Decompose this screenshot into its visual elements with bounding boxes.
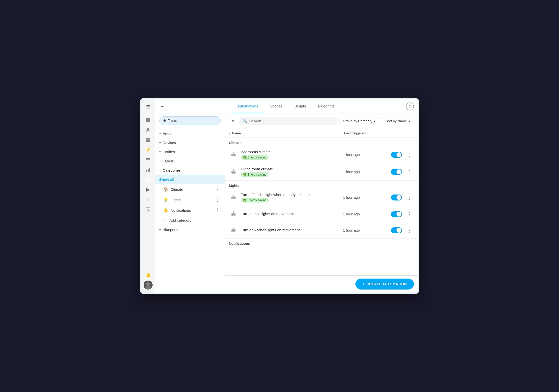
svg-rect-9 (146, 158, 150, 159)
automation-toggle[interactable] (391, 195, 402, 200)
automation-info: Turn off all the light when nobody is ho… (241, 193, 340, 202)
energy-saving-tag: 🌿 Energy saving (241, 155, 269, 160)
automation-more-button[interactable]: ⋮ (405, 210, 414, 218)
lights-icon: 💡 (163, 197, 168, 202)
sidebar-item-labels[interactable]: ▾ Labels (155, 156, 225, 166)
menu-icon[interactable]: ☰ (144, 102, 153, 111)
grid-icon[interactable] (144, 135, 153, 144)
table-row[interactable]: Turn on hall lights on movement 1 hour a… (225, 206, 418, 222)
table-row[interactable]: Turn on kitchen lights on movement 1 hou… (225, 222, 418, 239)
chart-icon[interactable] (144, 165, 153, 174)
svg-point-26 (233, 152, 234, 153)
tab-scripts[interactable]: Scripts (288, 99, 312, 113)
automation-more-button[interactable]: ⋮ (405, 168, 414, 176)
add-category-label: Add category (169, 218, 191, 222)
svg-rect-44 (231, 197, 232, 198)
svg-rect-10 (146, 159, 150, 160)
create-automation-button[interactable]: + CREATE AUTOMATION (355, 279, 414, 290)
sort-by-dropdown[interactable]: Sort by Name ▾ (382, 117, 414, 125)
help-button[interactable]: ? (406, 102, 414, 110)
sidebar-item-blueprints[interactable]: ▾ Blueprints (155, 225, 225, 234)
play-icon[interactable]: ▶ (144, 185, 153, 194)
energy-saving-tag: 🌿 Energy saving (241, 172, 269, 177)
add-category-button[interactable]: ＋ Add category (155, 215, 225, 225)
back-button[interactable]: ← (159, 102, 166, 110)
table-row[interactable]: Bedrooms climate 🌿 Energy saving 1 hour … (225, 146, 418, 163)
svg-rect-45 (235, 197, 236, 198)
svg-rect-61 (235, 230, 236, 231)
chevron-down-icon: ▾ (159, 228, 161, 232)
sidebar-item-devices[interactable]: ▾ Devices (155, 138, 225, 147)
icon-sidebar: ☰ (141, 99, 155, 293)
notifications-icon: 🔔 (163, 208, 168, 213)
tools-icon[interactable] (144, 195, 153, 204)
automation-more-button[interactable]: ⋮ (405, 194, 414, 201)
chevron-down-icon: ▾ (159, 150, 161, 154)
tab-automations[interactable]: Automations (231, 99, 264, 113)
automation-robot-icon (229, 193, 238, 202)
create-automation-label: CREATE AUTOMATION (367, 282, 407, 286)
svg-rect-48 (233, 199, 233, 200)
svg-rect-1 (148, 118, 150, 120)
svg-rect-3 (148, 120, 150, 122)
sidebar-item-entities[interactable]: ▾ Entities (155, 147, 225, 156)
tab-blueprints[interactable]: Blueprints (312, 99, 340, 113)
list-icon[interactable] (144, 155, 153, 164)
lightning-icon[interactable]: ⚡ (144, 145, 153, 154)
svg-rect-37 (235, 172, 236, 173)
automation-info: Turn on hall lights on movement (241, 212, 340, 217)
search-icon: 🔍 (242, 119, 247, 123)
sidebar-item-categories[interactable]: ▴ Categories (155, 166, 225, 175)
automation-toggle[interactable] (391, 152, 402, 158)
last-triggered-column-header: Last triggered (344, 131, 389, 135)
svg-point-50 (233, 211, 234, 213)
dashboard-icon[interactable] (144, 115, 153, 124)
lights-more-button[interactable]: ⋮ (214, 197, 221, 202)
sort-by-chevron-icon: ▾ (408, 119, 410, 123)
table-row[interactable]: Living room climate 🌿 Energy saving 1 ho… (225, 163, 418, 181)
terminal-icon[interactable] (144, 205, 153, 214)
sidebar-item-climate[interactable]: 🏠 Climate ⋮ (155, 184, 225, 195)
automation-more-button[interactable]: ⋮ (405, 151, 414, 159)
bell-icon[interactable]: 🔔 (144, 271, 153, 280)
svg-rect-15 (146, 178, 150, 181)
lights-label: Lights (171, 198, 181, 202)
climate-icon: 🏠 (163, 187, 168, 192)
last-triggered-value: 1 hour ago (343, 170, 388, 174)
automation-more-button[interactable]: ⋮ (405, 226, 414, 234)
svg-rect-64 (233, 232, 233, 233)
svg-rect-41 (234, 173, 234, 174)
svg-point-63 (234, 230, 235, 231)
automation-toggle[interactable] (391, 227, 402, 233)
sidebar-item-notifications[interactable]: 🔔 Notifications ⋮ (155, 205, 225, 215)
energy-saving-tag: 🌿 Energy saving (241, 198, 269, 202)
bottom-bar: + CREATE AUTOMATION (225, 275, 418, 293)
avatar[interactable] (144, 281, 153, 290)
table-row[interactable]: Turn off all the light when nobody is ho… (225, 189, 418, 206)
film-icon[interactable] (144, 175, 153, 184)
sidebar-item-show-all[interactable]: Show all (155, 175, 225, 184)
chevron-down-icon: ▾ (159, 159, 161, 163)
sidebar-item-areas[interactable]: ▾ Areas (155, 129, 225, 138)
group-by-dropdown[interactable]: Group by Category ▾ (339, 117, 379, 125)
toolbar-filter-button[interactable] (229, 116, 237, 126)
sidebar-item-lights[interactable]: 💡 Lights ⋮ (155, 195, 225, 205)
notifications-more-button[interactable]: ⋮ (214, 207, 221, 213)
automation-toggle[interactable] (391, 211, 402, 217)
filters-button[interactable]: ⚙ Filters (159, 116, 221, 125)
chevron-up-icon: ▴ (159, 169, 161, 172)
entities-label: Entities (163, 150, 175, 154)
leaf-icon: 🌿 (243, 156, 247, 159)
search-input[interactable] (249, 119, 334, 123)
climate-more-button[interactable]: ⋮ (214, 187, 221, 192)
svg-rect-6 (148, 138, 150, 140)
automation-toggle[interactable] (391, 169, 402, 175)
tab-scenes[interactable]: Scenes (264, 99, 288, 113)
labels-label: Labels (163, 159, 174, 163)
svg-rect-28 (231, 154, 232, 156)
svg-rect-53 (235, 214, 236, 215)
name-column-header: Name (232, 131, 241, 135)
plus-icon: + (362, 282, 365, 286)
person-icon[interactable] (144, 125, 153, 134)
last-triggered-value: 1 hour ago (343, 228, 388, 232)
